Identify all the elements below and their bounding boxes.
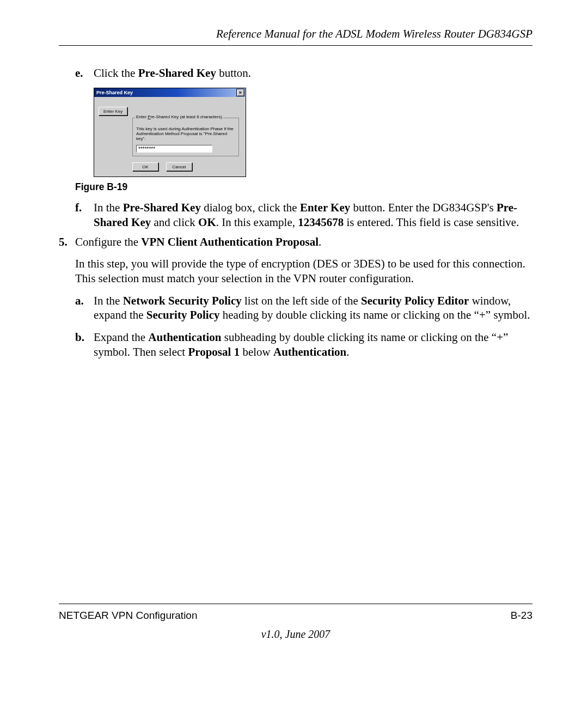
group-legend-pre: Enter xyxy=(136,114,148,119)
enter-key-button[interactable]: Enter Key xyxy=(99,107,127,115)
group-help-line1: This key is used during Authentication P… xyxy=(136,126,235,131)
step-e-prefix: Click the xyxy=(94,66,138,80)
pre-shared-key-dialog: Pre-Shared Key × Enter Key Enter Pre-Sha… xyxy=(94,88,246,177)
list-marker-f: f. xyxy=(75,200,94,230)
list-marker-5: 5. xyxy=(59,235,75,249)
step-5a-text: In the Network Security Policy list on t… xyxy=(94,294,532,323)
dialog-titlebar: Pre-Shared Key × xyxy=(94,88,246,97)
header-title: Reference Manual for the ADSL Modem Wire… xyxy=(59,27,532,41)
dialog-title-text: Pre-Shared Key xyxy=(96,90,133,95)
step-e-text: Click the Pre-Shared Key button. xyxy=(94,66,532,80)
figure-caption: Figure B-19 xyxy=(75,181,532,193)
list-marker-5a: a. xyxy=(75,294,94,323)
group-legend-post: re-Shared Key (at least 8 characters) xyxy=(151,114,222,119)
footer-rule xyxy=(59,604,532,604)
group-help: This key is used during Authentication P… xyxy=(136,126,235,142)
step-e-suffix: button. xyxy=(216,66,251,80)
step-5b-text: Expand the Authentication subheading by … xyxy=(94,330,532,360)
ok-button[interactable]: OK xyxy=(132,162,158,171)
pre-shared-key-group: Enter Pre-Shared Key (at least 8 charact… xyxy=(132,118,239,156)
footer-version: v1.0, June 2007 xyxy=(59,628,532,641)
step-e-bold: Pre-Shared Key xyxy=(138,66,216,80)
list-marker-e: e. xyxy=(75,66,94,80)
pre-shared-key-input[interactable]: ******** xyxy=(136,145,212,153)
group-help-line2: Authentication Method Proposal is "Pre-S… xyxy=(136,131,235,141)
header-rule xyxy=(59,45,532,46)
step-f-text: In the Pre-Shared Key dialog box, click … xyxy=(94,200,532,230)
footer-left: NETGEAR VPN Configuration xyxy=(59,610,198,622)
cancel-button[interactable]: Cancel xyxy=(166,162,192,171)
close-icon[interactable]: × xyxy=(236,89,244,96)
list-marker-5b: b. xyxy=(75,330,94,360)
step-5-description: In this step, you will provide the type … xyxy=(75,257,532,286)
group-legend: Enter Pre-Shared Key (at least 8 charact… xyxy=(135,114,223,119)
footer-right: B-23 xyxy=(511,610,532,622)
step-5-heading: Configure the VPN Client Authentication … xyxy=(75,235,321,249)
